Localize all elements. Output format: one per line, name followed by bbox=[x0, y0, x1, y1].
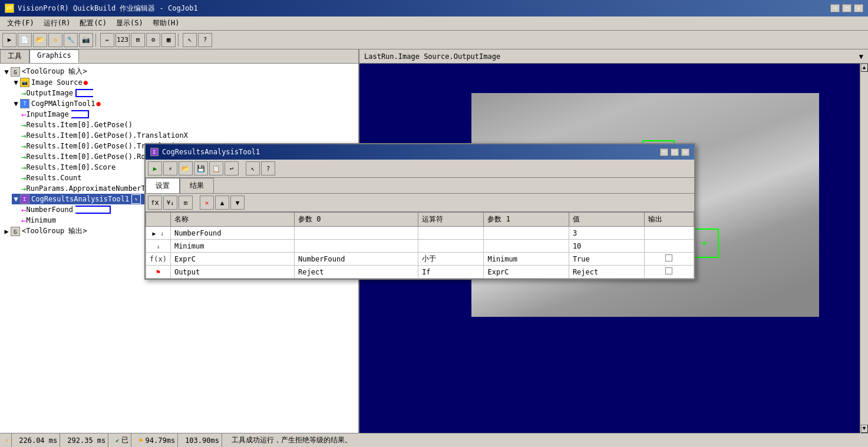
scroll-up-btn[interactable]: ▲ bbox=[861, 64, 868, 72]
tree-item-tx[interactable]: → Results.Item[0].GetPose().TranslationX bbox=[21, 130, 356, 141]
cam-button[interactable]: 📷 bbox=[79, 33, 93, 47]
tree-label: Minimum bbox=[26, 216, 56, 224]
tool-button[interactable]: 🔧 bbox=[64, 33, 78, 47]
row-param0-cell[interactable] bbox=[295, 240, 418, 253]
toolbar-sep1 bbox=[95, 34, 98, 47]
row-expand-cell[interactable]: ⚑ bbox=[146, 266, 171, 279]
help-button[interactable]: ? bbox=[198, 33, 212, 47]
dialog-undo-btn[interactable]: ↩ bbox=[225, 161, 239, 176]
row-operator-cell[interactable]: 小于 bbox=[418, 253, 484, 266]
add-const-btn[interactable]: ¥↓ bbox=[163, 196, 177, 210]
row-output-cell[interactable] bbox=[644, 227, 694, 240]
tab-tools[interactable]: 工具 bbox=[0, 49, 29, 63]
dialog-title-bar: Σ CogResultsAnalysisTool1 ─ □ ✕ bbox=[146, 144, 694, 160]
layout-button[interactable]: ▦ bbox=[161, 33, 176, 47]
dialog-minimize-btn[interactable]: ─ bbox=[660, 148, 668, 156]
dialog-run-btn[interactable]: ▶ bbox=[148, 161, 162, 176]
menu-help[interactable]: 帮助(H) bbox=[148, 17, 184, 29]
row-param1-cell[interactable]: Minimum bbox=[484, 253, 569, 266]
arrow-left-icon: ← bbox=[21, 110, 26, 119]
tree-item-getpose[interactable]: → Results.Item[0].GetPose() bbox=[21, 120, 356, 130]
expand-icon[interactable]: ▼ bbox=[12, 195, 20, 203]
row-output-cell[interactable] bbox=[644, 240, 694, 253]
dialog-open-btn[interactable]: 📂 bbox=[179, 161, 193, 176]
row-operator-cell[interactable] bbox=[418, 240, 484, 253]
run-button[interactable]: ▶ bbox=[2, 33, 16, 47]
dialog-cursor-btn[interactable]: ↖ bbox=[246, 161, 260, 176]
col-expand bbox=[146, 213, 171, 227]
dialog-tab-results[interactable]: 结果 bbox=[180, 178, 214, 193]
row-param1-cell[interactable] bbox=[484, 227, 569, 240]
row-operator-cell[interactable]: If bbox=[418, 266, 484, 279]
row-output-cell[interactable] bbox=[644, 266, 694, 279]
row-param0-cell[interactable]: NumberFound bbox=[295, 253, 418, 266]
row-name-cell[interactable]: Output bbox=[170, 266, 294, 279]
move-down-btn[interactable]: ▼ bbox=[230, 196, 245, 210]
dialog-title-text: CogResultsAnalysisTool1 bbox=[162, 148, 260, 156]
edit-button[interactable]: ✏ bbox=[100, 33, 114, 47]
row-output-cell[interactable] bbox=[644, 253, 694, 266]
row-value-cell: 3 bbox=[569, 227, 644, 240]
tree-label: InputImage bbox=[26, 110, 68, 118]
tab-graphics[interactable]: Graphics bbox=[29, 49, 79, 63]
minimize-button[interactable]: ─ bbox=[830, 4, 840, 12]
menu-run[interactable]: 运行(R) bbox=[39, 17, 75, 29]
tree-item-image-source[interactable]: ▼ 📷 Image Source ● bbox=[12, 77, 356, 88]
close-button[interactable]: ✕ bbox=[854, 4, 863, 12]
row-expand-icon[interactable]: ▶ bbox=[153, 230, 156, 237]
dialog-close-btn[interactable]: ✕ bbox=[681, 148, 689, 156]
arrow-right-icon: → bbox=[21, 173, 26, 183]
num-button[interactable]: 123 bbox=[115, 33, 130, 47]
row-param0-cell[interactable]: Reject bbox=[295, 266, 418, 279]
row-name-cell[interactable]: ExprC bbox=[170, 253, 294, 266]
grid-button[interactable]: ⊞ bbox=[131, 33, 145, 47]
maximize-button[interactable]: □ bbox=[842, 4, 852, 12]
row-param1-cell[interactable] bbox=[484, 240, 569, 253]
menu-config[interactable]: 配置(C) bbox=[75, 17, 111, 29]
flag-icon: ⚑ bbox=[156, 268, 160, 276]
tree-item-cogpm[interactable]: ▼ T CogPMAlignTool1 ● bbox=[12, 98, 356, 109]
tree-item-output-image[interactable]: → OutputImage bbox=[21, 88, 356, 98]
tree-item-toolgroup-input[interactable]: ▼ G <ToolGroup 输入> bbox=[2, 66, 356, 77]
move-up-btn[interactable]: ▲ bbox=[215, 196, 229, 210]
row-expand-cell[interactable]: ↓ bbox=[146, 240, 171, 253]
tree-label: CogPMAlignTool1 bbox=[31, 100, 95, 108]
tree-item-input-image[interactable]: ← InputImage bbox=[21, 109, 356, 120]
expand-icon[interactable]: ▶ bbox=[2, 227, 11, 236]
dialog-flash-btn[interactable]: ⚡ bbox=[163, 161, 177, 176]
menu-file[interactable]: 文件(F) bbox=[2, 17, 39, 29]
delete-btn[interactable]: ✕ bbox=[200, 196, 214, 210]
crosshair-3: + bbox=[702, 239, 707, 247]
dialog-help-btn[interactable]: ? bbox=[261, 161, 275, 176]
expand-icon[interactable]: ▼ bbox=[12, 78, 20, 87]
dialog-maximize-btn[interactable]: □ bbox=[671, 148, 679, 156]
add-expr-btn[interactable]: ⊞ bbox=[179, 196, 193, 210]
expand-icon[interactable]: ▼ bbox=[2, 68, 11, 76]
row-param0-cell[interactable] bbox=[295, 227, 418, 240]
new-button[interactable]: 📄 bbox=[18, 33, 32, 47]
output-checkbox[interactable] bbox=[665, 267, 672, 274]
add-variable-btn[interactable]: fx bbox=[148, 196, 162, 210]
row-expand-cell[interactable]: f(x) bbox=[146, 253, 171, 266]
refresh-button[interactable]: ↻ bbox=[48, 33, 62, 47]
row-operator-cell[interactable] bbox=[418, 227, 484, 240]
dropdown-arrow[interactable]: ▼ bbox=[859, 52, 863, 61]
dialog-table-container: 名称 参数 0 运算符 参数 1 值 输出 ▶ ↓ NumberFound bbox=[146, 212, 694, 279]
dialog-tab-settings[interactable]: 设置 bbox=[146, 178, 180, 193]
dialog-save2-btn[interactable]: 📋 bbox=[209, 161, 223, 176]
output-checkbox[interactable] bbox=[665, 254, 672, 261]
settings-button[interactable]: ⚙ bbox=[146, 33, 160, 47]
row-name-cell[interactable]: NumberFound bbox=[170, 227, 294, 240]
expand-icon[interactable]: ▼ bbox=[12, 100, 20, 108]
scrollbar-right[interactable]: ▲ ▼ bbox=[860, 64, 868, 433]
dialog-save-btn[interactable]: 💾 bbox=[194, 161, 208, 176]
row-expand-cell[interactable]: ▶ ↓ bbox=[146, 227, 171, 240]
connector-box-right bbox=[75, 89, 93, 97]
cursor-button[interactable]: ↖ bbox=[183, 33, 197, 47]
row-name-cell[interactable]: Minimum bbox=[170, 240, 294, 253]
dialog-tabs: 设置 结果 bbox=[146, 178, 694, 194]
open-button[interactable]: 📂 bbox=[33, 33, 47, 47]
scroll-down-btn[interactable]: ▼ bbox=[861, 425, 868, 433]
row-param1-cell[interactable]: ExprC bbox=[484, 266, 569, 279]
menu-display[interactable]: 显示(S) bbox=[111, 17, 148, 29]
